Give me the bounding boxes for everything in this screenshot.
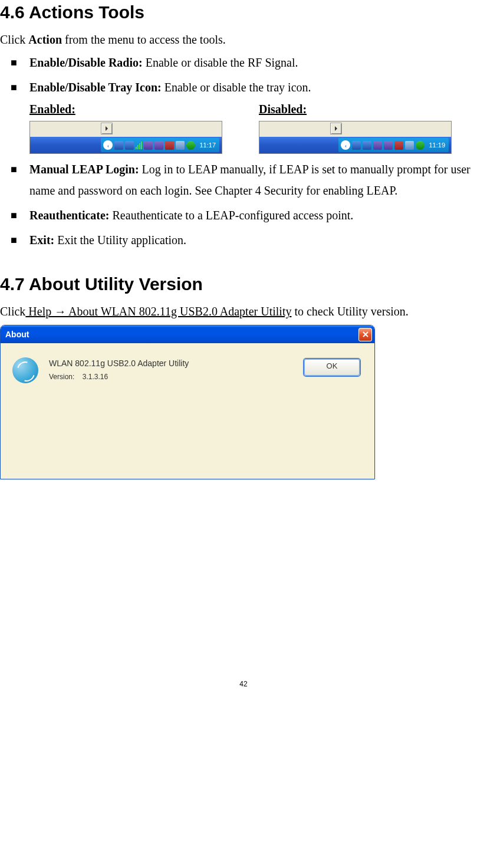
item-text: Exit the Utility application.: [57, 234, 186, 246]
item-bold: Exit:: [29, 234, 57, 246]
item-text: Enable or disable the tray icon.: [164, 81, 311, 94]
tray-expand-icon[interactable]: ‹: [341, 140, 350, 150]
close-button[interactable]: [358, 328, 372, 341]
list-item: Manual LEAP Login: Log in to LEAP manual…: [0, 159, 487, 201]
tray-icon[interactable]: [176, 141, 185, 150]
list-item: Enable/Disable Tray Icon: Enable or disa…: [0, 77, 487, 98]
list-item: Enable/Disable Radio: Enable or disable …: [0, 52, 487, 73]
clock-text: 11:17: [199, 142, 217, 149]
tray-icon[interactable]: [186, 141, 195, 150]
item-bold: Manual LEAP Login:: [29, 163, 142, 176]
list-item: Exit: Exit the Utility application.: [0, 229, 487, 251]
intro-suffix: from the menu to access the tools.: [62, 33, 226, 46]
scroll-right-button[interactable]: [101, 123, 113, 134]
tray-icon[interactable]: [394, 141, 403, 150]
network-icon[interactable]: [352, 141, 361, 150]
item-bold: Reauthenticate:: [29, 209, 113, 222]
item-text: Reauthenticate to a LEAP-configured acce…: [113, 209, 354, 222]
page-number: 42: [0, 680, 487, 688]
close-icon: [363, 331, 368, 337]
about-dialog: About WLAN 802.11g USB2.0 Adapter Utilit…: [0, 325, 375, 479]
tray-icon[interactable]: [154, 141, 163, 150]
dialog-title: About: [5, 330, 358, 339]
about-intro-underline: Help → About WLAN 802.11g USB2.0 Adapter…: [25, 305, 291, 318]
tray-icon[interactable]: [416, 141, 425, 150]
version-value: 3.1.3.16: [83, 373, 108, 381]
network-icon[interactable]: [114, 141, 123, 150]
tray-icon[interactable]: [165, 141, 174, 150]
item-bold: Enable/Disable Radio:: [29, 56, 146, 69]
clock-text: 11:19: [429, 142, 446, 149]
tray-icon[interactable]: [144, 141, 153, 150]
scroll-right-button[interactable]: [330, 123, 342, 134]
dialog-body: WLAN 802.11g USB2.0 Adapter Utility Vers…: [1, 343, 374, 479]
about-intro: Click Help → About WLAN 802.11g USB2.0 A…: [0, 303, 487, 320]
item-text: Enable or disable the RF Signal.: [146, 56, 298, 69]
intro-text: Click Action from the menu to access the…: [0, 31, 487, 48]
version-label: Version:: [49, 373, 74, 381]
section-heading-actions: 4.6 Actions Tools: [0, 2, 487, 22]
about-intro-prefix: Click: [0, 305, 25, 318]
list-item: Reauthenticate: Reauthenticate to a LEAP…: [0, 205, 487, 226]
ok-button[interactable]: OK: [304, 359, 360, 376]
intro-bold: Action: [28, 33, 62, 46]
disabled-label: Disabled:: [259, 103, 452, 116]
tray-icon[interactable]: [405, 141, 414, 150]
taskbar-disabled-screenshot: ‹ 11:19: [259, 121, 452, 154]
title-bar: About: [1, 326, 374, 343]
app-icon: [12, 357, 38, 383]
section-heading-about: 4.7 About Utility Version: [0, 274, 487, 294]
enabled-label: Enabled:: [29, 103, 222, 116]
tray-icon[interactable]: [373, 141, 382, 150]
item-bold: Enable/Disable Tray Icon:: [29, 81, 164, 94]
signal-bars-icon[interactable]: [136, 141, 142, 149]
tray-icon[interactable]: [384, 141, 393, 150]
monitor-icon[interactable]: [363, 141, 371, 150]
taskbar-enabled-screenshot: ‹ 11:17: [29, 121, 222, 154]
about-intro-suffix: to check Utility version.: [291, 305, 408, 318]
monitor-icon[interactable]: [125, 141, 134, 150]
intro-prefix: Click: [0, 33, 28, 46]
tray-expand-icon[interactable]: ‹: [103, 140, 113, 150]
